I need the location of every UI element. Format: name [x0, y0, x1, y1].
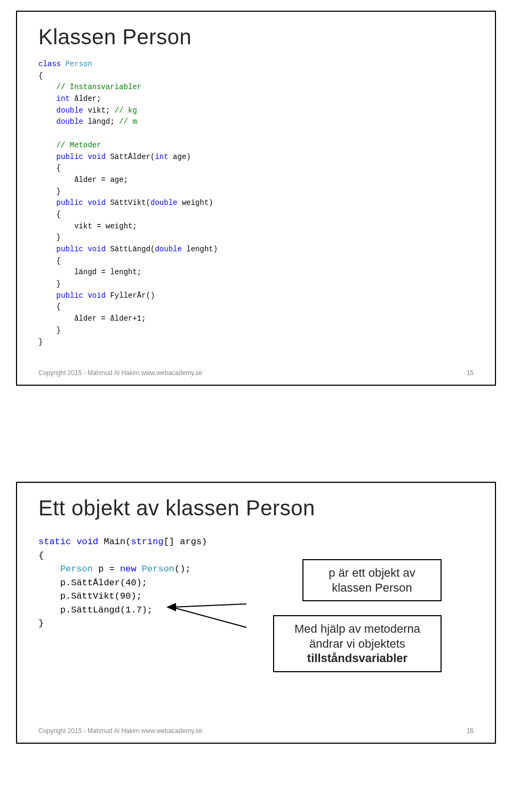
callout-box: p är ett objekt av klassen Person [302, 559, 442, 601]
cmt: // m [119, 117, 137, 126]
txt [38, 117, 57, 126]
svg-marker-2 [166, 603, 176, 611]
slide-2: Ett objekt av klassen Person static void… [16, 482, 496, 744]
svg-line-1 [172, 604, 246, 607]
txt [38, 198, 57, 207]
txt: } [38, 280, 61, 288]
slide-1: Klassen Person class Person { // Instans… [16, 11, 496, 386]
txt: vikt; [83, 106, 115, 115]
txt: p.SättLängd(1.7); [38, 605, 153, 615]
slide-footer: Copyright 2015 - Mahmud Al Hakim www.web… [38, 369, 474, 377]
type: Person [65, 60, 92, 68]
txt: [] args) [164, 537, 207, 547]
callout-box: Med hjälp av metoderna ändrar vi objekte… [273, 615, 442, 672]
slide-footer: Copyright 2015 - Mahmud Al Hakim www.web… [38, 727, 474, 735]
txt: age) [169, 153, 191, 161]
txt: SättLängd( [106, 245, 155, 253]
kw: string [131, 537, 163, 547]
callout-line: klassen Person [312, 580, 432, 595]
txt: } [38, 618, 44, 628]
txt: p = [93, 564, 120, 574]
kw: void [87, 153, 106, 161]
txt: p.SättVikt(90); [38, 591, 142, 601]
txt [38, 83, 57, 91]
callout-line: p är ett objekt av [312, 566, 432, 580]
kw: public [57, 198, 83, 207]
txt: längd; [83, 117, 119, 126]
txt: { [38, 210, 61, 219]
kw: double [150, 198, 177, 207]
code-block: class Person { // Instansvariabler int å… [38, 59, 474, 348]
cmt: // Instansvariabler [57, 83, 142, 91]
kw: public [57, 291, 83, 300]
footer-num: 16 [467, 727, 474, 735]
txt: Main( [98, 537, 131, 547]
txt: FyllerÅr() [106, 291, 155, 300]
txt: lenght) [182, 245, 218, 253]
txt: SättVikt( [106, 198, 150, 207]
kw: void [87, 291, 106, 300]
kw: double [155, 245, 181, 253]
footer-num: 15 [467, 369, 474, 377]
kw: void [87, 245, 106, 253]
txt [38, 291, 57, 300]
kw: new [120, 564, 137, 574]
txt: { [38, 71, 43, 80]
txt: { [38, 551, 44, 561]
txt [137, 564, 142, 574]
cmt: // kg [115, 106, 137, 115]
kw: public [57, 245, 83, 253]
txt: ålder = ålder+1; [38, 314, 146, 323]
cmt: // Metoder [57, 141, 101, 149]
txt: } [38, 326, 61, 335]
kw: void [76, 537, 98, 547]
kw: class [38, 60, 61, 68]
txt: { [38, 164, 61, 172]
callout-line: Med hjälp av metoderna [283, 622, 432, 636]
txt: längd = lenght; [38, 268, 141, 276]
txt: } [38, 187, 61, 196]
txt: ålder; [70, 94, 101, 103]
txt: { [38, 257, 61, 265]
txt: p.SättÅlder(40); [38, 578, 147, 588]
txt [38, 94, 57, 103]
kw: double [57, 117, 83, 126]
txt [38, 245, 57, 253]
kw: static [38, 537, 71, 547]
kw: public [57, 153, 83, 161]
kw: void [87, 198, 106, 207]
kw: double [57, 106, 83, 115]
slide-body: static void Main(string[] args) { Person… [38, 530, 474, 706]
arrow-icon [166, 602, 252, 634]
svg-line-0 [172, 607, 246, 627]
slide-title: Klassen Person [38, 25, 474, 49]
txt: SättÅlder( [106, 153, 155, 161]
txt: } [38, 338, 43, 346]
txt [71, 537, 76, 547]
txt: } [38, 233, 61, 242]
kw: int [57, 94, 70, 103]
callout-line: ändrar vi objektets [283, 636, 432, 651]
footer-text: Copyright 2015 - Mahmud Al Hakim www.web… [38, 727, 202, 735]
txt: ålder = age; [38, 176, 128, 184]
footer-text: Copyright 2015 - Mahmud Al Hakim www.web… [38, 369, 202, 377]
txt: (); [174, 564, 191, 574]
type: Person [60, 564, 93, 574]
txt: { [38, 302, 61, 311]
txt [38, 141, 57, 149]
txt: weight) [177, 198, 213, 207]
txt [38, 564, 60, 574]
txt [38, 153, 57, 161]
callout-line: tillståndsvariabler [283, 651, 432, 666]
slide-title: Ett objekt av klassen Person [38, 496, 474, 520]
txt: vikt = weight; [38, 222, 137, 230]
txt [38, 106, 57, 115]
type: Person [142, 564, 174, 574]
kw: int [155, 153, 168, 161]
